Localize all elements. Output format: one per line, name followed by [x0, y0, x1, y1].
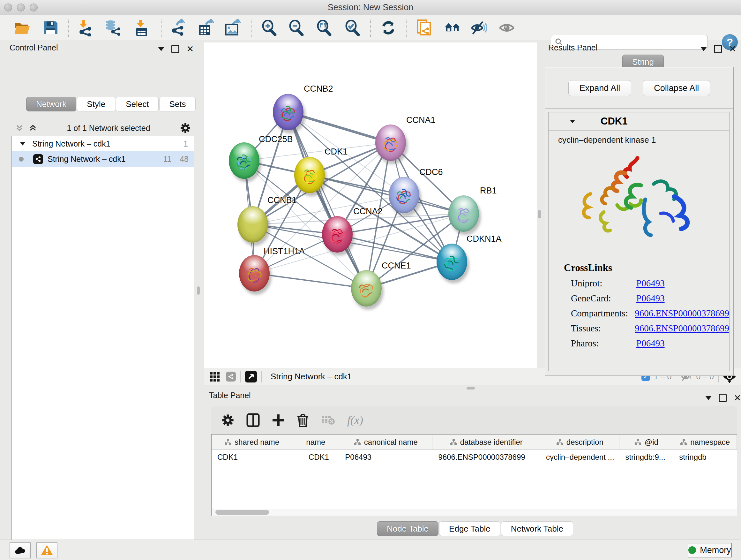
crosslink-link[interactable]: P06493	[636, 293, 665, 304]
network-node-ccna1[interactable]	[375, 125, 406, 161]
network-node-rb1[interactable]	[448, 195, 479, 232]
network-edge[interactable]	[254, 273, 366, 288]
open-session-icon[interactable]	[14, 19, 30, 36]
results-panel-float-icon[interactable]	[714, 45, 722, 53]
table-panel-close-icon[interactable]: ✕	[734, 395, 741, 401]
expand-all-button[interactable]: Expand All	[568, 80, 631, 96]
network-edge[interactable]	[288, 112, 391, 143]
create-column-plus-icon[interactable]	[272, 414, 285, 427]
collection-expand-icon[interactable]	[20, 142, 25, 145]
left-splitter-handle[interactable]	[197, 287, 200, 295]
network-canvas[interactable]: CCNB2CCNA1CDC25BCDK1CDC6RB1CCNB1CCNA2CDK…	[204, 43, 537, 368]
tab-style[interactable]: Style	[77, 97, 115, 111]
control-panel-float-icon[interactable]	[172, 45, 179, 53]
collapse-all-chevron-icon[interactable]	[15, 124, 23, 132]
column-header--id[interactable]: @id	[619, 435, 673, 449]
network-collection-row[interactable]: String Network – cdk1 1	[12, 136, 194, 151]
tab-edge-table[interactable]: Edge Table	[439, 521, 500, 536]
network-edge[interactable]	[310, 175, 464, 213]
crosslinks-title: CrossLinks	[564, 262, 729, 273]
network-row-selected[interactable]: String Network – cdk1 11 48	[12, 151, 194, 167]
zoom-selected-icon[interactable]	[344, 19, 360, 36]
memory-button[interactable]: Memory	[688, 543, 732, 557]
network-node-ccnb1[interactable]	[238, 206, 268, 243]
control-panel-collapse-icon[interactable]	[158, 47, 164, 51]
hierarchy-icon	[224, 439, 231, 445]
column-header-database-identifier[interactable]: database identifier	[432, 435, 540, 449]
network-node-ccnb2[interactable]	[273, 94, 304, 130]
column-header-shared-name[interactable]: shared name	[212, 435, 292, 449]
export-table-icon[interactable]	[197, 19, 214, 36]
crosslink-row: Compartments: 9606.ENSP00000378699	[564, 308, 729, 319]
table-row[interactable]: CDK1CDK1P064939606.ENSP00000378699cyclin…	[212, 450, 737, 464]
table-panel-float-icon[interactable]	[719, 394, 727, 402]
scrollbar-thumb[interactable]	[215, 510, 269, 515]
import-network-database-icon[interactable]	[104, 19, 121, 36]
network-label: String Network – cdk1	[48, 154, 126, 164]
gear-icon[interactable]	[180, 123, 191, 133]
refresh-icon[interactable]	[380, 19, 397, 36]
node-label-rb1: RB1	[480, 186, 497, 196]
home-networks-icon[interactable]	[444, 19, 461, 36]
network-node-ccna2[interactable]	[322, 216, 353, 253]
crosslink-label: Compartments:	[571, 308, 635, 319]
crosslink-link[interactable]: 9606.ENSP00000378699	[635, 323, 729, 334]
network-node-count: 11	[163, 154, 172, 164]
warning-status-button[interactable]	[37, 543, 57, 558]
node-card-collapse-icon[interactable]	[570, 119, 576, 123]
table-panel-title: Table Panel	[209, 391, 251, 400]
network-node-ccne1[interactable]	[351, 270, 382, 307]
zoom-out-icon[interactable]	[288, 19, 305, 36]
expand-all-chevron-icon[interactable]	[29, 124, 37, 132]
network-node-cdc25b[interactable]	[229, 142, 259, 179]
delete-table-icon[interactable]	[321, 415, 335, 425]
results-panel-collapse-icon[interactable]	[700, 47, 707, 51]
crosslink-link[interactable]: P06493	[636, 278, 665, 289]
show-columns-icon[interactable]	[246, 413, 260, 427]
tab-select[interactable]: Select	[116, 97, 158, 111]
right-splitter-handle[interactable]	[538, 210, 541, 219]
column-header-canonical-name[interactable]: canonical name	[339, 435, 432, 449]
save-session-icon[interactable]	[42, 19, 59, 36]
bottom-splitter-handle[interactable]	[467, 387, 475, 389]
clone-network-icon[interactable]	[416, 19, 433, 36]
hide-unhide-icon[interactable]	[470, 19, 487, 36]
protein-thumbnail	[235, 153, 253, 171]
tab-sets[interactable]: Sets	[159, 97, 196, 111]
export-network-icon[interactable]	[171, 19, 187, 36]
tab-network-table[interactable]: Network Table	[501, 521, 573, 536]
network-node-cdkn1a[interactable]	[436, 244, 467, 280]
network-node-hist1h1a[interactable]	[239, 255, 270, 292]
status-bar: Memory	[0, 540, 741, 560]
import-table-file-icon[interactable]	[133, 19, 150, 36]
grid-view-icon[interactable]	[209, 371, 220, 382]
network-edge[interactable]	[288, 112, 366, 288]
tab-node-table[interactable]: Node Table	[377, 521, 439, 536]
control-panel-close-icon[interactable]: ✕	[186, 46, 194, 52]
column-header-namespace[interactable]: namespace	[673, 435, 737, 449]
zoom-fit-icon[interactable]	[316, 19, 332, 36]
column-header-description[interactable]: description	[540, 435, 619, 449]
crosslink-link[interactable]: P06493	[636, 338, 665, 349]
network-node-cdk1[interactable]	[294, 157, 325, 193]
cloud-status-button[interactable]	[10, 543, 30, 558]
tab-network[interactable]: Network	[26, 97, 76, 111]
import-network-file-icon[interactable]	[77, 19, 94, 36]
network-list-toolbar: 1 of 1 Network selected	[11, 120, 193, 136]
network-share-icon[interactable]	[226, 372, 236, 381]
column-header-name[interactable]: name	[292, 435, 339, 449]
collapse-all-button[interactable]: Collapse All	[643, 80, 710, 96]
table-settings-gear-icon[interactable]	[221, 414, 234, 427]
statusbar-separator	[261, 371, 262, 382]
show-graphics-icon[interactable]	[498, 19, 515, 36]
results-panel-close-icon[interactable]: ✕	[729, 46, 736, 52]
function-builder-icon[interactable]: f(x)	[347, 414, 363, 427]
delete-column-trash-icon[interactable]	[297, 413, 309, 427]
crosslink-link[interactable]: 9606.ENSP00000378699	[635, 308, 729, 319]
birdseye-view-icon[interactable]	[245, 371, 257, 382]
protein-structure-image	[572, 152, 706, 257]
table-panel-collapse-icon[interactable]	[705, 396, 712, 400]
export-image-icon[interactable]	[224, 19, 241, 36]
zoom-in-icon[interactable]	[261, 19, 277, 36]
network-node-cdc6[interactable]	[389, 177, 419, 213]
